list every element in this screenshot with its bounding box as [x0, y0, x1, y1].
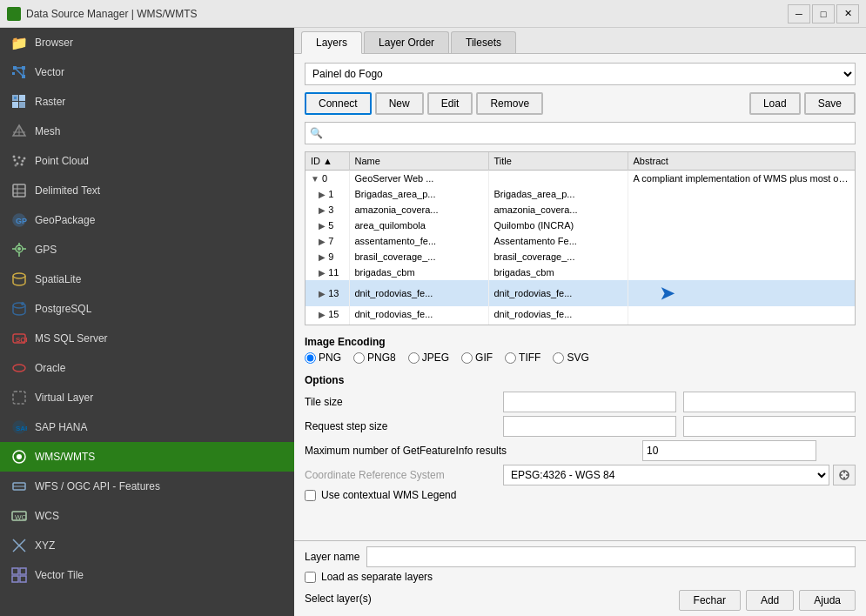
sidebar-label-delimited: Delimited Text	[35, 184, 100, 197]
add-button[interactable]: Add	[746, 590, 794, 611]
table-row[interactable]: ▼ 0GeoServer Web ...A compliant implemen…	[305, 171, 855, 187]
load-button[interactable]: Load	[749, 92, 801, 115]
sidebar-item-wfs[interactable]: WFS / OGC API - Features	[0, 472, 294, 501]
edit-button[interactable]: Edit	[427, 92, 473, 115]
action-buttons-row: Connect New Edit Remove Load Save	[305, 92, 856, 115]
table-row[interactable]: ▶ 5area_quilombolaQuilombo (INCRA)	[305, 218, 855, 233]
sidebar-label-wms: WMS/WMTS	[35, 451, 95, 463]
sidebar-item-oracle[interactable]: Oracle	[0, 353, 294, 383]
tab-layers[interactable]: Layers	[301, 31, 362, 54]
wcs-icon: WCS	[10, 507, 28, 525]
svg-rect-53	[20, 568, 26, 574]
sidebar-label-wfs: WFS / OGC API - Features	[35, 480, 160, 492]
table-row[interactable]: ▶ 7assentamento_fe...Assentamento Fe...	[305, 233, 855, 249]
radio-tiff[interactable]: TIFF	[505, 352, 540, 364]
save-button[interactable]: Save	[804, 92, 856, 115]
table-row[interactable]: ▶ 17funai_terra_indig...Terra Indigena (…	[305, 322, 855, 325]
col-abstract[interactable]: Abstract	[628, 152, 855, 171]
col-title[interactable]: Title	[488, 152, 628, 171]
gps-icon	[10, 241, 28, 258]
table-row[interactable]: ▶ 15dnit_rodovias_fe...dnit_rodovias_fe.…	[305, 306, 855, 322]
layer-name-input[interactable]	[366, 546, 856, 567]
sidebar-item-pointcloud[interactable]: Point Cloud	[0, 146, 294, 176]
mssql-icon: SQL	[10, 330, 28, 347]
tile-size-input1[interactable]	[503, 392, 676, 412]
geopackage-icon: GP	[10, 211, 28, 229]
sidebar-item-xyz[interactable]: XYZ	[0, 531, 294, 560]
radio-png8[interactable]: PNG8	[353, 352, 396, 364]
sidebar-item-postgresql[interactable]: PostgreSQL	[0, 294, 294, 324]
sidebar-item-vectortile[interactable]: Vector Tile	[0, 560, 294, 590]
col-name[interactable]: Name	[349, 152, 488, 171]
svg-rect-41	[13, 392, 25, 404]
crs-select[interactable]: EPSG:4326 - WGS 84	[503, 465, 829, 485]
table-row[interactable]: ▶ 1Brigadas_area_p...Brigadas_area_p...	[305, 186, 855, 202]
sidebar-label-xyz: XYZ	[35, 539, 55, 552]
wms-legend-label: Use contextual WMS Legend	[321, 489, 456, 501]
sidebar-label-postgresql: PostgreSQL	[35, 303, 91, 315]
wfs-icon	[10, 478, 28, 495]
close-button[interactable]: ✕	[836, 4, 859, 23]
max-feature-input[interactable]	[642, 440, 816, 461]
crs-label: Coordinate Reference System	[305, 469, 496, 481]
connect-button[interactable]: Connect	[305, 92, 372, 115]
sidebar-label-vectortile: Vector Tile	[35, 569, 84, 581]
fechar-button[interactable]: Fechar	[679, 590, 741, 611]
sidebar-label-gps: GPS	[35, 244, 57, 256]
sidebar-item-spatialite[interactable]: SpatiaLite	[0, 264, 294, 294]
sidebar-item-mesh[interactable]: Mesh	[0, 117, 294, 146]
sidebar-item-gps[interactable]: GPS	[0, 235, 294, 264]
sidebar-item-saphana[interactable]: SAP SAP HANA	[0, 412, 294, 442]
radio-jpeg[interactable]: JPEG	[408, 352, 449, 364]
request-step-input1[interactable]	[503, 416, 676, 437]
radio-gif[interactable]: GIF	[461, 352, 493, 364]
sidebar-item-wcs[interactable]: WCS WCS	[0, 501, 294, 531]
wms-legend-checkbox[interactable]	[305, 490, 316, 501]
tabs-bar: Layers Layer Order Tilesets	[294, 28, 866, 54]
tile-size-input2[interactable]	[683, 392, 856, 412]
saphana-icon: SAP	[10, 418, 28, 436]
crs-button[interactable]	[833, 465, 856, 485]
maximize-button[interactable]: □	[812, 4, 835, 23]
wms-legend-row: Use contextual WMS Legend	[305, 489, 856, 501]
sidebar-item-vector[interactable]: Vector	[0, 57, 294, 87]
svg-point-37	[21, 302, 24, 305]
remove-button[interactable]: Remove	[476, 92, 543, 115]
svg-point-15	[14, 159, 17, 162]
sidebar-label-mesh: Mesh	[35, 125, 60, 137]
radio-png[interactable]: PNG	[305, 352, 341, 364]
sidebar-item-wms[interactable]: WMS/WMTS	[0, 442, 294, 472]
sidebar-item-browser[interactable]: 📁 Browser	[0, 28, 294, 57]
connection-dropdown[interactable]: Painel do Fogo	[305, 63, 856, 85]
table-row[interactable]: ▶ 9brasil_coverage_...brasil_coverage_..…	[305, 249, 855, 264]
request-step-input2[interactable]	[683, 416, 856, 437]
tab-layerorder[interactable]: Layer Order	[364, 31, 449, 53]
load-separate-checkbox[interactable]	[305, 572, 316, 583]
xyz-icon	[10, 537, 28, 554]
search-icon: 🔍	[310, 127, 323, 139]
tab-tilesets[interactable]: Tilesets	[451, 31, 516, 53]
col-id[interactable]: ID ▲	[305, 152, 349, 171]
table-row[interactable]: ▶ 11brigadas_cbmbrigadas_cbm	[305, 264, 855, 280]
minimize-button[interactable]: ─	[788, 4, 810, 23]
connection-row: Painel do Fogo	[305, 63, 856, 85]
sidebar-item-geopackage[interactable]: GP GeoPackage	[0, 205, 294, 235]
sidebar-item-virtual[interactable]: Virtual Layer	[0, 383, 294, 412]
layer-name-label: Layer name	[305, 551, 359, 563]
request-step-label: Request step size	[305, 420, 496, 432]
sidebar-label-saphana: SAP HANA	[35, 421, 87, 433]
sidebar-item-delimited[interactable]: Delimited Text	[0, 176, 294, 205]
svg-point-21	[23, 157, 26, 160]
sidebar-item-raster[interactable]: Raster	[0, 87, 294, 117]
table-row[interactable]: ▶ 3amazonia_covera...amazonia_covera...	[305, 202, 855, 218]
table-row[interactable]: ▶ 13dnit_rodovias_fe...dnit_rodovias_fe.…	[305, 280, 855, 306]
svg-rect-23	[13, 184, 25, 197]
ajuda-button[interactable]: Ajuda	[799, 590, 856, 611]
sidebar-item-mssql[interactable]: SQL MS SQL Server	[0, 324, 294, 353]
layers-table: ID ▲ Name Title Abstract ▼ 0GeoServer We…	[305, 152, 855, 325]
search-input[interactable]	[305, 122, 856, 144]
radio-svg[interactable]: SVG	[553, 352, 588, 364]
svg-text:GP: GP	[16, 217, 27, 225]
new-button[interactable]: New	[375, 92, 424, 115]
layer-name-row: Layer name	[305, 546, 856, 567]
